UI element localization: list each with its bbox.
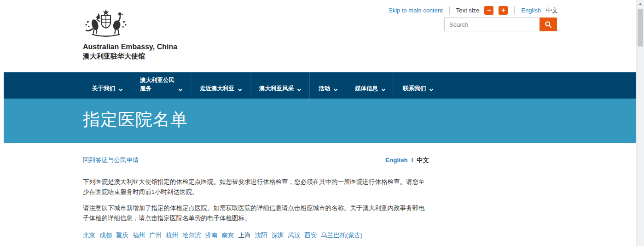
content-chinese-label: 中文 <box>417 157 429 164</box>
divider <box>449 6 450 14</box>
nav-item-media[interactable]: 媒体信息 <box>346 72 394 99</box>
nav-item-label: 澳大利亚公民服务 <box>140 76 175 93</box>
chevron-down-icon <box>238 88 242 91</box>
page-container: Skip to main content Text size − + Engli… <box>4 0 636 240</box>
chevron-down-icon <box>429 88 433 91</box>
scrollbar-thumb[interactable] <box>638 9 643 47</box>
intro-paragraph: 下列医院是澳大利亚大使馆指定的体检定点医院。如您被要求进行体格检查，您必须在其中… <box>83 177 429 197</box>
australian-coat-of-arms-logo <box>83 9 129 40</box>
city-link-hangzhou[interactable]: 杭州 <box>166 231 178 240</box>
site-header: Skip to main content Text size − + Engli… <box>4 0 636 72</box>
chevron-down-icon <box>382 88 385 91</box>
search-bar <box>444 18 557 31</box>
language-english-link[interactable]: English <box>521 7 541 14</box>
embassy-name-en: Australian Embassy, China <box>83 43 177 51</box>
nav-item-events[interactable]: 活动 <box>309 72 346 99</box>
city-link-jinan[interactable]: 济南 <box>205 231 218 240</box>
main-navigation: 关于我们 澳大利亚公民服务 走近澳大利亚 澳大利亚风采 活动 媒体信息 联系我们 <box>4 72 636 99</box>
city-link-shenyang[interactable]: 沈阳 <box>255 231 267 240</box>
content-language-toggle: English l 中文 <box>385 156 429 164</box>
city-links: 北京 成都 重庆 福州 广州 杭州 哈尔滨 济南 南京 上海 沈阳 深圳 武汉 … <box>83 231 429 240</box>
city-link-chengdu[interactable]: 成都 <box>99 231 112 240</box>
text-size-decrease-button[interactable]: − <box>484 6 493 15</box>
nav-item-label: 走近澳大利亚 <box>200 84 234 93</box>
chevron-down-icon <box>334 88 337 91</box>
search-input[interactable] <box>444 18 540 31</box>
city-link-shanghai[interactable]: 上海 <box>238 231 251 240</box>
nav-item-label: 媒体信息 <box>355 84 378 93</box>
page-title: 指定医院名单 <box>83 108 636 131</box>
nav-item-citizen-services[interactable]: 澳大利亚公民服务 <box>131 72 191 99</box>
scroll-up-icon[interactable] <box>638 3 642 5</box>
language-separator: l <box>411 157 413 164</box>
city-link-xian[interactable]: 西安 <box>305 231 317 240</box>
nav-item-contact-us[interactable]: 联系我们 <box>394 72 441 99</box>
vertical-scrollbar[interactable] <box>636 0 644 246</box>
nav-item-australia-highlights[interactable]: 澳大利亚风采 <box>250 72 309 99</box>
divider <box>514 6 515 14</box>
search-button[interactable] <box>540 18 557 31</box>
city-link-nanjing[interactable]: 南京 <box>222 231 234 240</box>
chevron-down-icon <box>179 88 182 91</box>
city-link-ulaanbaatar[interactable]: 乌兰巴托(蒙古) <box>321 231 363 240</box>
city-link-guangzhou[interactable]: 广州 <box>149 231 162 240</box>
nav-item-label: 活动 <box>319 84 330 93</box>
nav-item-about-australia[interactable]: 走近澳大利亚 <box>191 72 250 99</box>
skip-to-content-link[interactable]: Skip to main content <box>389 7 443 14</box>
language-chinese-label[interactable]: 中文 <box>546 6 558 15</box>
city-link-wuhan[interactable]: 武汉 <box>288 231 301 240</box>
notice-paragraph: 请注意以下城市新增加了指定的体检定点医院。如需获取医院的详细信息请点击相应城市的… <box>83 203 429 223</box>
embassy-brand[interactable]: Australian Embassy, China 澳大利亚驻华大使馆 <box>83 9 177 61</box>
content-english-link[interactable]: English <box>385 157 408 164</box>
page-title-banner: 指定医院名单 <box>4 99 636 143</box>
city-link-chongqing[interactable]: 重庆 <box>116 231 128 240</box>
search-icon <box>545 21 552 28</box>
utility-bar: Skip to main content Text size − + Engli… <box>389 6 558 15</box>
city-link-beijing[interactable]: 北京 <box>83 231 95 240</box>
nav-item-label: 联系我们 <box>403 84 426 93</box>
text-size-label: Text size <box>456 7 480 14</box>
city-link-shenzhen[interactable]: 深圳 <box>272 231 284 240</box>
main-content: 回到签证与公民申请 English l 中文 下列医院是澳大利亚大使馆指定的体检… <box>4 143 636 240</box>
city-link-harbin[interactable]: 哈尔滨 <box>182 231 201 240</box>
nav-item-label: 澳大利亚风采 <box>259 84 294 93</box>
city-link-fuzhou[interactable]: 福州 <box>133 231 145 240</box>
text-size-increase-button[interactable]: + <box>499 6 508 15</box>
nav-item-label: 关于我们 <box>92 84 115 93</box>
nav-item-about-us[interactable]: 关于我们 <box>83 72 131 99</box>
back-to-visas-link[interactable]: 回到签证与公民申请 <box>83 156 139 164</box>
chevron-down-icon <box>297 88 301 91</box>
embassy-name-zh: 澳大利亚驻华大使馆 <box>83 52 177 61</box>
chevron-down-icon <box>119 88 122 91</box>
